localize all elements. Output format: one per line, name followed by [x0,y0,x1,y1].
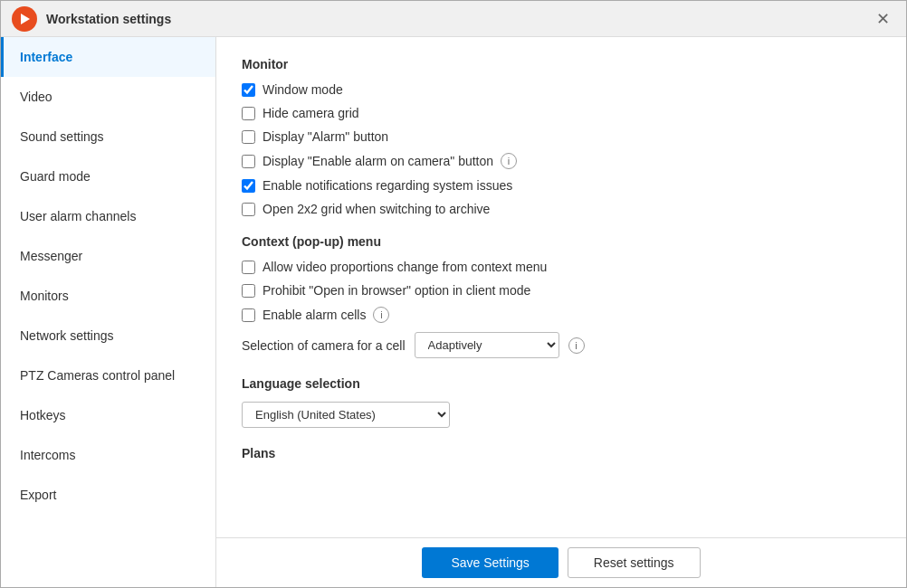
checkbox-hide-camera-grid[interactable] [242,107,255,120]
close-button[interactable]: ✕ [870,6,895,32]
checkbox-row-open-2x2-grid: Open 2x2 grid when switching to archive [242,202,881,216]
sidebar-item-messenger[interactable]: Messenger [1,236,215,276]
checkbox-label-open-2x2-grid[interactable]: Open 2x2 grid when switching to archive [263,202,490,216]
context-menu-section: Context (pop-up) menu Allow video propor… [242,234,881,358]
plans-section-title: Plans [242,446,881,460]
checkbox-display-enable-alarm[interactable] [242,155,255,168]
checkbox-enable-notifications[interactable] [242,179,255,193]
selection-camera-dropdown[interactable]: Adaptively Manually Automatically [415,332,559,358]
sidebar-item-network-settings[interactable]: Network settings [1,316,215,356]
checkbox-row-display-enable-alarm: Display "Enable alarm on camera" button … [242,153,881,169]
plans-section: Plans [242,446,881,460]
checkbox-enable-alarm-cells[interactable] [242,308,255,322]
main-area: InterfaceVideoSound settingsGuard modeUs… [1,37,906,587]
checkbox-label-window-mode[interactable]: Window mode [263,82,343,97]
checkbox-row-allow-video-proportions: Allow video proportions change from cont… [242,260,881,274]
checkbox-open-2x2-grid[interactable] [242,203,255,216]
selection-camera-row: Selection of camera for a cell Adaptivel… [242,332,881,358]
language-dropdown[interactable]: English (United States) Français Deutsch… [242,402,450,428]
titlebar: Workstation settings ✕ [1,1,906,37]
checkbox-row-window-mode: Window mode [242,82,881,97]
sidebar-item-sound-settings[interactable]: Sound settings [1,117,215,156]
language-section-title: Language selection [242,376,881,391]
checkbox-row-display-alarm-button: Display "Alarm" button [242,129,881,144]
content-area: Monitor Window mode Hide camera grid Dis… [216,37,906,587]
checkbox-label-enable-alarm-cells[interactable]: Enable alarm cells [263,308,366,322]
checkbox-row-hide-camera-grid: Hide camera grid [242,106,881,120]
checkbox-label-allow-video-proportions[interactable]: Allow video proportions change from cont… [263,260,547,274]
checkbox-display-alarm-button[interactable] [242,130,255,144]
save-settings-button[interactable]: Save Settings [422,547,558,578]
checkbox-label-hide-camera-grid[interactable]: Hide camera grid [263,106,359,120]
checkbox-label-prohibit-open-in-browser[interactable]: Prohibit "Open in browser" option in cli… [263,283,530,298]
checkbox-row-enable-alarm-cells: Enable alarm cells i [242,307,881,323]
info-icon-enable-alarm[interactable]: i [501,153,517,169]
sidebar-item-hotkeys[interactable]: Hotkeys [1,395,215,435]
svg-marker-0 [21,14,30,24]
checkbox-row-enable-notifications: Enable notifications regarding system is… [242,178,881,193]
sidebar-item-user-alarm-channels[interactable]: User alarm channels [1,196,215,236]
sidebar-item-guard-mode[interactable]: Guard mode [1,156,215,196]
app-logo [12,6,37,32]
content-scroll: Monitor Window mode Hide camera grid Dis… [216,37,906,537]
info-icon-alarm-cells[interactable]: i [373,307,389,323]
checkbox-row-prohibit-open-in-browser: Prohibit "Open in browser" option in cli… [242,283,881,298]
sidebar-item-intercoms[interactable]: Intercoms [1,435,215,475]
checkbox-allow-video-proportions[interactable] [242,261,255,274]
sidebar-item-ptz-cameras-control-panel[interactable]: PTZ Cameras control panel [1,356,215,395]
monitor-section-title: Monitor [242,57,881,71]
dialog-title: Workstation settings [46,12,870,26]
checkbox-window-mode[interactable] [242,83,255,97]
info-icon-selection[interactable]: i [568,337,585,354]
sidebar-item-video[interactable]: Video [1,77,215,117]
checkbox-label-enable-notifications[interactable]: Enable notifications regarding system is… [263,178,512,193]
sidebar: InterfaceVideoSound settingsGuard modeUs… [1,37,216,587]
checkbox-label-display-enable-alarm[interactable]: Display "Enable alarm on camera" button [263,154,493,168]
sidebar-item-export[interactable]: Export [1,475,215,515]
context-menu-section-title: Context (pop-up) menu [242,234,881,249]
language-section: Language selection English (United State… [242,376,881,428]
checkbox-prohibit-open-in-browser[interactable] [242,284,255,298]
dialog: Workstation settings ✕ InterfaceVideoSou… [0,0,907,588]
footer: Save Settings Reset settings [216,537,906,587]
sidebar-item-interface[interactable]: Interface [1,37,215,77]
sidebar-item-monitors[interactable]: Monitors [1,276,215,316]
selection-camera-label: Selection of camera for a cell [242,338,406,353]
reset-settings-button[interactable]: Reset settings [568,547,701,578]
checkbox-label-display-alarm-button[interactable]: Display "Alarm" button [263,129,388,144]
